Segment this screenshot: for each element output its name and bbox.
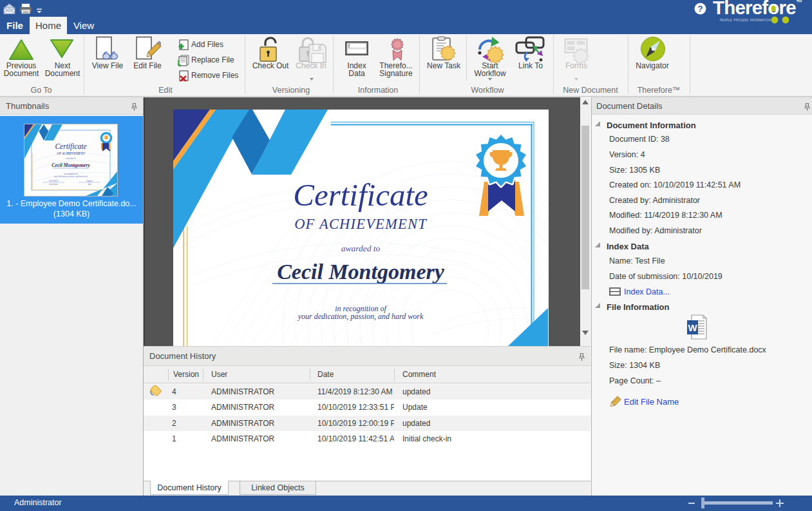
svg-text:OF ACHIEVEMENT: OF ACHIEVEMENT [294, 216, 427, 232]
svg-text:awarded to: awarded to [66, 157, 76, 160]
svg-text:award date: award date [49, 183, 58, 186]
svg-text:Cecil Montgomery: Cecil Montgomery [277, 260, 445, 284]
svg-text:your dedication, passion, and: your dedication, passion, and hard work [297, 312, 424, 321]
svg-text:awarded to: awarded to [341, 244, 381, 253]
svg-text:Signed: Signed [87, 180, 93, 182]
svg-text:Certificate: Certificate [55, 142, 86, 151]
svg-text:W: W [688, 322, 697, 333]
svg-text:10/10/2019: 10/10/2019 [49, 180, 59, 182]
svg-text:OF ACHIEVEMENT: OF ACHIEVEMENT [57, 151, 86, 155]
svg-text:Certificate: Certificate [293, 177, 428, 213]
svg-text:date: date [88, 183, 91, 186]
svg-text:Cecil Montgomery: Cecil Montgomery [52, 162, 90, 168]
svg-text:?: ? [698, 4, 703, 14]
